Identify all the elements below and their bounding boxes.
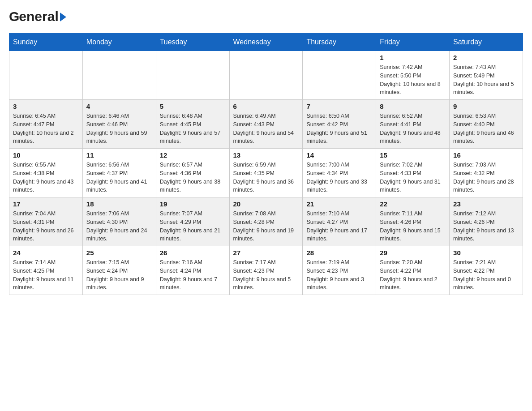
calendar-header-row: SundayMondayTuesdayWednesdayThursdayFrid… — [9, 34, 523, 51]
calendar-cell: 17Sunrise: 7:04 AMSunset: 4:31 PMDayligh… — [9, 197, 83, 246]
day-number: 2 — [453, 54, 519, 61]
calendar-cell: 4Sunrise: 6:46 AMSunset: 4:46 PMDaylight… — [82, 100, 156, 149]
day-number: 25 — [86, 249, 152, 257]
day-number: 6 — [233, 103, 299, 110]
day-number: 3 — [13, 103, 79, 110]
day-number: 4 — [86, 103, 152, 110]
calendar-cell: 10Sunrise: 6:55 AMSunset: 4:38 PMDayligh… — [9, 149, 83, 197]
day-info: Sunrise: 6:59 AMSunset: 4:35 PMDaylight:… — [233, 161, 299, 194]
day-info: Sunrise: 7:19 AMSunset: 4:23 PMDaylight:… — [306, 258, 372, 292]
col-header-tuesday: Tuesday — [156, 34, 229, 51]
col-header-monday: Monday — [82, 34, 156, 51]
day-number: 8 — [380, 103, 446, 110]
day-number: 14 — [306, 151, 372, 159]
calendar-cell — [9, 51, 83, 100]
calendar-cell: 21Sunrise: 7:10 AMSunset: 4:27 PMDayligh… — [303, 197, 376, 246]
day-info: Sunrise: 6:49 AMSunset: 4:43 PMDaylight:… — [233, 112, 299, 146]
calendar-cell: 24Sunrise: 7:14 AMSunset: 4:25 PMDayligh… — [9, 246, 83, 295]
day-info: Sunrise: 6:55 AMSunset: 4:38 PMDaylight:… — [13, 161, 79, 194]
day-number: 19 — [160, 200, 226, 208]
day-info: Sunrise: 7:04 AMSunset: 4:31 PMDaylight:… — [13, 210, 79, 243]
day-info: Sunrise: 7:14 AMSunset: 4:25 PMDaylight:… — [13, 258, 79, 292]
day-info: Sunrise: 7:42 AMSunset: 5:50 PMDaylight:… — [380, 63, 446, 97]
week-row-5: 24Sunrise: 7:14 AMSunset: 4:25 PMDayligh… — [9, 246, 523, 295]
day-info: Sunrise: 6:56 AMSunset: 4:37 PMDaylight:… — [86, 161, 152, 194]
day-info: Sunrise: 7:11 AMSunset: 4:26 PMDaylight:… — [380, 210, 446, 243]
day-info: Sunrise: 6:45 AMSunset: 4:47 PMDaylight:… — [13, 112, 79, 146]
day-info: Sunrise: 7:20 AMSunset: 4:22 PMDaylight:… — [380, 258, 446, 292]
calendar-cell: 11Sunrise: 6:56 AMSunset: 4:37 PMDayligh… — [82, 149, 156, 197]
day-number: 28 — [306, 249, 372, 257]
calendar-cell: 23Sunrise: 7:12 AMSunset: 4:26 PMDayligh… — [450, 197, 523, 246]
calendar-cell: 6Sunrise: 6:49 AMSunset: 4:43 PMDaylight… — [229, 100, 303, 149]
day-number: 12 — [160, 151, 226, 159]
day-info: Sunrise: 6:57 AMSunset: 4:36 PMDaylight:… — [160, 161, 226, 194]
calendar-cell: 2Sunrise: 7:43 AMSunset: 5:49 PMDaylight… — [450, 51, 523, 100]
week-row-2: 3Sunrise: 6:45 AMSunset: 4:47 PMDaylight… — [9, 100, 523, 149]
calendar-cell: 3Sunrise: 6:45 AMSunset: 4:47 PMDaylight… — [9, 100, 83, 149]
calendar-cell: 5Sunrise: 6:48 AMSunset: 4:45 PMDaylight… — [156, 100, 229, 149]
day-number: 17 — [13, 200, 79, 208]
day-number: 20 — [233, 200, 299, 208]
day-info: Sunrise: 7:06 AMSunset: 4:30 PMDaylight:… — [86, 210, 152, 243]
calendar-cell: 20Sunrise: 7:08 AMSunset: 4:28 PMDayligh… — [229, 197, 303, 246]
logo-arrow-icon — [60, 13, 66, 21]
day-number: 21 — [306, 200, 372, 208]
day-number: 11 — [86, 151, 152, 159]
day-info: Sunrise: 7:12 AMSunset: 4:26 PMDaylight:… — [453, 210, 519, 243]
col-header-sunday: Sunday — [9, 34, 83, 51]
logo-general-text: eneral — [19, 9, 58, 24]
day-number: 24 — [13, 249, 79, 257]
calendar-cell: 18Sunrise: 7:06 AMSunset: 4:30 PMDayligh… — [82, 197, 156, 246]
logo: G eneral — [9, 9, 66, 24]
day-number: 15 — [380, 151, 446, 159]
day-info: Sunrise: 7:16 AMSunset: 4:24 PMDaylight:… — [160, 258, 226, 292]
col-header-friday: Friday — [376, 34, 450, 51]
calendar-cell: 1Sunrise: 7:42 AMSunset: 5:50 PMDaylight… — [376, 51, 450, 100]
calendar-table: SundayMondayTuesdayWednesdayThursdayFrid… — [9, 33, 523, 295]
day-info: Sunrise: 7:08 AMSunset: 4:28 PMDaylight:… — [233, 210, 299, 243]
day-info: Sunrise: 6:50 AMSunset: 4:42 PMDaylight:… — [306, 112, 372, 146]
calendar-cell: 28Sunrise: 7:19 AMSunset: 4:23 PMDayligh… — [303, 246, 376, 295]
calendar-cell: 15Sunrise: 7:02 AMSunset: 4:33 PMDayligh… — [376, 149, 450, 197]
day-number: 13 — [233, 151, 299, 159]
calendar-cell: 12Sunrise: 6:57 AMSunset: 4:36 PMDayligh… — [156, 149, 229, 197]
day-number: 27 — [233, 249, 299, 257]
calendar-cell: 19Sunrise: 7:07 AMSunset: 4:29 PMDayligh… — [156, 197, 229, 246]
day-info: Sunrise: 7:21 AMSunset: 4:22 PMDaylight:… — [453, 258, 519, 292]
calendar-cell — [303, 51, 376, 100]
calendar-cell: 9Sunrise: 6:53 AMSunset: 4:40 PMDaylight… — [450, 100, 523, 149]
calendar-cell: 8Sunrise: 6:52 AMSunset: 4:41 PMDaylight… — [376, 100, 450, 149]
day-info: Sunrise: 7:17 AMSunset: 4:23 PMDaylight:… — [233, 258, 299, 292]
calendar-cell: 16Sunrise: 7:03 AMSunset: 4:32 PMDayligh… — [450, 149, 523, 197]
calendar-cell: 25Sunrise: 7:15 AMSunset: 4:24 PMDayligh… — [82, 246, 156, 295]
day-info: Sunrise: 7:07 AMSunset: 4:29 PMDaylight:… — [160, 210, 226, 243]
calendar-cell — [229, 51, 303, 100]
day-number: 26 — [160, 249, 226, 257]
logo-general-g: G — [9, 9, 19, 24]
calendar-cell: 26Sunrise: 7:16 AMSunset: 4:24 PMDayligh… — [156, 246, 229, 295]
day-number: 22 — [380, 200, 446, 208]
day-info: Sunrise: 7:43 AMSunset: 5:49 PMDaylight:… — [453, 63, 519, 97]
day-info: Sunrise: 6:48 AMSunset: 4:45 PMDaylight:… — [160, 112, 226, 146]
day-info: Sunrise: 7:03 AMSunset: 4:32 PMDaylight:… — [453, 161, 519, 194]
calendar-cell: 22Sunrise: 7:11 AMSunset: 4:26 PMDayligh… — [376, 197, 450, 246]
calendar-cell — [156, 51, 229, 100]
week-row-4: 17Sunrise: 7:04 AMSunset: 4:31 PMDayligh… — [9, 197, 523, 246]
day-number: 23 — [453, 200, 519, 208]
day-info: Sunrise: 7:10 AMSunset: 4:27 PMDaylight:… — [306, 210, 372, 243]
calendar-cell: 13Sunrise: 6:59 AMSunset: 4:35 PMDayligh… — [229, 149, 303, 197]
day-number: 1 — [380, 54, 446, 61]
day-info: Sunrise: 7:00 AMSunset: 4:34 PMDaylight:… — [306, 161, 372, 194]
col-header-thursday: Thursday — [303, 34, 376, 51]
day-info: Sunrise: 6:46 AMSunset: 4:46 PMDaylight:… — [86, 112, 152, 146]
day-number: 10 — [13, 151, 79, 159]
calendar-cell: 14Sunrise: 7:00 AMSunset: 4:34 PMDayligh… — [303, 149, 376, 197]
calendar-cell: 7Sunrise: 6:50 AMSunset: 4:42 PMDaylight… — [303, 100, 376, 149]
day-number: 16 — [453, 151, 519, 159]
day-info: Sunrise: 7:02 AMSunset: 4:33 PMDaylight:… — [380, 161, 446, 194]
week-row-1: 1Sunrise: 7:42 AMSunset: 5:50 PMDaylight… — [9, 51, 523, 100]
calendar-cell: 30Sunrise: 7:21 AMSunset: 4:22 PMDayligh… — [450, 246, 523, 295]
day-number: 18 — [86, 200, 152, 208]
col-header-saturday: Saturday — [450, 34, 523, 51]
